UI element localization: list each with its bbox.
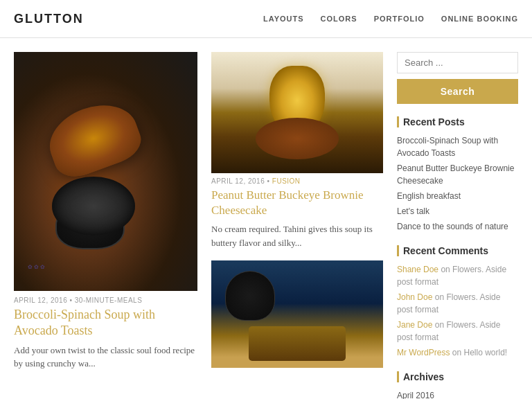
search-input[interactable] bbox=[397, 52, 518, 73]
commenter-4-name[interactable]: Mr WordPress bbox=[397, 348, 450, 357]
commenter-2-name[interactable]: John Doe bbox=[397, 292, 432, 302]
comment-4: Mr WordPress on Hello world! bbox=[397, 346, 518, 359]
recent-comments-widget: Recent Comments Shane Doe on Flowers. As… bbox=[397, 245, 518, 359]
comment-2: John Doe on Flowers. Aside post format bbox=[397, 291, 518, 316]
nav-item-booking[interactable]: ONLINE BOOKING bbox=[441, 15, 518, 23]
recent-post-4[interactable]: Let's talk bbox=[397, 205, 518, 218]
post2-image-visual bbox=[211, 260, 383, 368]
featured-post-meta: APRIL 12, 2016 • 30-MINUTE-MEALS bbox=[14, 291, 197, 307]
post1-category[interactable]: FUSION bbox=[272, 177, 301, 185]
archive-1[interactable]: April 2016 bbox=[397, 389, 518, 399]
featured-image-visual: ✿ ✿ ✿ bbox=[14, 52, 197, 291]
bowl-decoration bbox=[55, 201, 125, 249]
post1-image bbox=[211, 52, 383, 173]
featured-post: ✿ ✿ ✿ APRIL 12, 2016 • 30-MINUTE-MEALS B… bbox=[14, 52, 197, 399]
post1-meta: APRIL 12, 2016 • FUSION bbox=[211, 177, 383, 185]
archives-widget: Archives April 2016 March 2016 bbox=[397, 371, 518, 399]
post-list: APRIL 12, 2016 • FUSION Peanut Butter Bu… bbox=[211, 52, 383, 399]
comment-3: Jane Doe on Flowers. Aside post format bbox=[397, 319, 518, 344]
post1-title[interactable]: Peanut Butter Buckeye Brownie Cheesecake bbox=[211, 188, 383, 218]
comment-4-post[interactable]: Hello world! bbox=[463, 348, 507, 357]
main-nav: LAYOUTS COLORS PORTFOLIO ONLINE BOOKING bbox=[263, 15, 518, 23]
comment-3-action: on bbox=[435, 320, 447, 330]
nav-item-colors[interactable]: COLORS bbox=[321, 15, 357, 23]
site-header: GLUTTON LAYOUTS COLORS PORTFOLIO ONLINE … bbox=[0, 0, 532, 38]
main-content: ✿ ✿ ✿ APRIL 12, 2016 • 30-MINUTE-MEALS B… bbox=[0, 38, 532, 399]
featured-post-title[interactable]: Broccoli-Spinach Soup with Avocado Toast… bbox=[14, 307, 197, 339]
recent-posts-title: Recent Posts bbox=[397, 116, 518, 127]
post1-desc: No cream required. Tahini gives this sou… bbox=[211, 222, 383, 249]
flowers-decoration: ✿ ✿ ✿ bbox=[28, 264, 45, 270]
search-widget bbox=[397, 52, 518, 73]
recent-post-2[interactable]: Peanut Butter Buckeye Brownie Cheesecake bbox=[397, 162, 518, 187]
sidebar: Search Recent Posts Broccoli-Spinach Sou… bbox=[397, 52, 518, 399]
recent-post-5[interactable]: Dance to the sounds of nature bbox=[397, 220, 518, 233]
comment-1-action: on bbox=[441, 265, 452, 274]
archives-title: Archives bbox=[397, 371, 518, 382]
comment-1: Shane Doe on Flowers. Aside post format bbox=[397, 263, 518, 288]
post-item-2 bbox=[211, 260, 383, 382]
recent-post-3[interactable]: English breakfast bbox=[397, 190, 518, 202]
featured-post-desc: Add your own twist to the classic soul f… bbox=[14, 344, 197, 371]
search-button[interactable]: Search bbox=[397, 79, 518, 104]
featured-post-image: ✿ ✿ ✿ bbox=[14, 52, 197, 291]
comment-4-action: on bbox=[452, 348, 464, 357]
nav-item-portfolio[interactable]: PORTFOLIO bbox=[374, 15, 425, 23]
recent-posts-widget: Recent Posts Broccoli-Spinach Soup with … bbox=[397, 116, 518, 233]
post-item-1: APRIL 12, 2016 • FUSION Peanut Butter Bu… bbox=[211, 52, 383, 249]
recent-post-1[interactable]: Broccoli-Spinach Soup with Avocado Toast… bbox=[397, 134, 518, 159]
post2-image bbox=[211, 260, 383, 382]
post1-date: APRIL 12, 2016 bbox=[211, 177, 265, 185]
recent-comments-title: Recent Comments bbox=[397, 245, 518, 256]
nav-item-layouts[interactable]: LAYOUTS bbox=[263, 15, 304, 23]
site-logo[interactable]: GLUTTON bbox=[14, 12, 84, 26]
post1-separator: • bbox=[267, 177, 270, 185]
commenter-3-name[interactable]: Jane Doe bbox=[397, 320, 432, 330]
commenter-1-name[interactable]: Shane Doe bbox=[397, 265, 438, 274]
comment-2-action: on bbox=[435, 292, 447, 302]
post1-image-visual bbox=[211, 52, 383, 173]
